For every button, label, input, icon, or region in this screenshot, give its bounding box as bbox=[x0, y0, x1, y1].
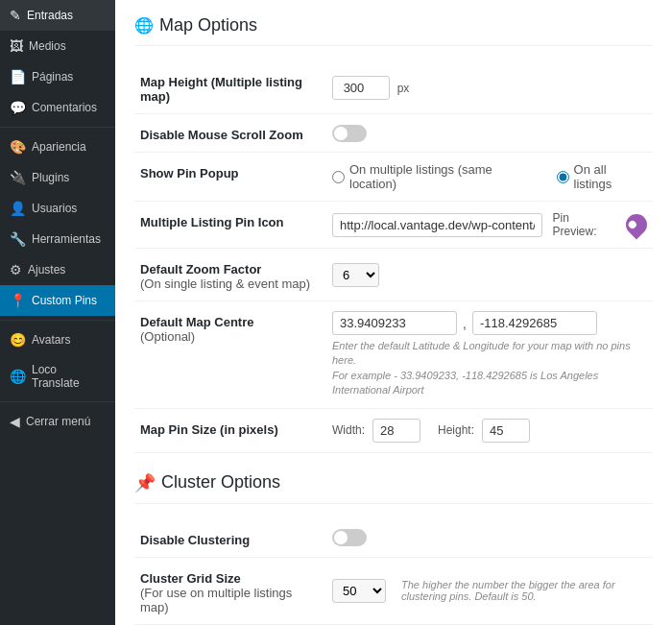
map-options-table: Map Height (Multiple listing map) px Dis… bbox=[134, 61, 653, 453]
cluster-grid-select[interactable]: 50607080100 bbox=[332, 579, 386, 603]
cerrar-icon: ◀ bbox=[10, 414, 20, 429]
disable-scroll-label: Disable Mouse Scroll Zoom bbox=[134, 114, 326, 153]
cluster-options-table: Disable Clustering Cluster Grid Size(For… bbox=[134, 519, 653, 625]
sidebar-item-ajustes[interactable]: ⚙ Ajustes bbox=[0, 254, 115, 285]
pin-height-label: Height: bbox=[438, 423, 474, 437]
map-height-label: Map Height (Multiple listing map) bbox=[134, 61, 326, 114]
px-label: px bbox=[397, 82, 410, 95]
pin-popup-radio-group: On multiple listings (same location) On … bbox=[332, 162, 647, 191]
sidebar-item-loco-translate[interactable]: 🌐 Loco Translate bbox=[0, 355, 115, 397]
pin-preview-wrap bbox=[626, 214, 647, 235]
map-options-heading: 🌐 Map Options bbox=[134, 15, 653, 46]
pinsize-row-content: Width: Height: bbox=[332, 419, 647, 443]
show-pin-popup-field: On multiple listings (same location) On … bbox=[326, 153, 653, 202]
map-centre-row: Default Map Centre(Optional) , Enter the… bbox=[134, 301, 653, 409]
pin-preview-label: Pin Preview: bbox=[552, 211, 616, 238]
sidebar-item-medios[interactable]: 🖼 Medios bbox=[0, 31, 115, 61]
disable-clustering-field bbox=[326, 519, 653, 558]
medios-icon: 🖼 bbox=[10, 38, 23, 54]
cluster-options-heading: 📌 Cluster Options bbox=[134, 472, 653, 504]
clustering-toggle-slider bbox=[332, 529, 367, 546]
cluster-grid-field: 50607080100 The higher the number the bi… bbox=[326, 557, 653, 624]
disable-scroll-row: Disable Mouse Scroll Zoom bbox=[134, 114, 653, 153]
cluster-grid-row: Cluster Grid Size(For use on multiple li… bbox=[134, 557, 653, 624]
map-section-icon: 🌐 bbox=[134, 16, 154, 35]
radio-multiple-listings[interactable]: On multiple listings (same location) bbox=[332, 162, 541, 191]
zoom-factor-label: Default Zoom Factor(On single listing & … bbox=[134, 249, 326, 301]
comentarios-icon: 💬 bbox=[10, 100, 26, 115]
ajustes-icon: ⚙ bbox=[10, 262, 22, 277]
disable-clustering-row: Disable Clustering bbox=[134, 519, 653, 558]
pin-url-input[interactable] bbox=[332, 213, 542, 237]
sidebar-item-cerrar-menu[interactable]: ◀ Cerrar menú bbox=[0, 406, 115, 437]
pin-height-input[interactable] bbox=[482, 419, 530, 443]
disable-clustering-toggle[interactable] bbox=[332, 529, 367, 546]
plugins-icon: 🔌 bbox=[10, 170, 26, 185]
radio-multiple-input[interactable] bbox=[332, 171, 345, 183]
pin-size-row: Map Pin Size (in pixels) Width: Height: bbox=[134, 408, 653, 452]
zoom-factor-select[interactable]: 12345 678910 bbox=[332, 263, 379, 287]
usuarios-icon: 👤 bbox=[10, 201, 26, 216]
toggle-slider bbox=[332, 125, 367, 142]
pin-icon-field: Pin Preview: bbox=[326, 202, 653, 249]
sidebar-item-avatars[interactable]: 😊 Avatars bbox=[0, 325, 115, 355]
map-centre-field: , Enter the default Latitude & Longitude… bbox=[326, 301, 653, 409]
map-height-field: px bbox=[326, 61, 653, 114]
sidebar-item-custom-pins[interactable]: 📍 Custom Pins bbox=[0, 285, 115, 316]
map-height-row: Map Height (Multiple listing map) px bbox=[134, 61, 653, 114]
sidebar-item-paginas[interactable]: 📄 Páginas bbox=[0, 61, 115, 92]
radio-all-input[interactable] bbox=[557, 171, 569, 183]
pin-width-label: Width: bbox=[332, 423, 365, 437]
pin-size-label: Map Pin Size (in pixels) bbox=[134, 408, 326, 452]
cluster-hint: The higher the number the bigger the are… bbox=[401, 579, 647, 602]
latitude-input[interactable] bbox=[332, 311, 457, 335]
sidebar-item-usuarios[interactable]: 👤 Usuarios bbox=[0, 193, 115, 224]
disable-scroll-toggle[interactable] bbox=[332, 125, 367, 142]
longitude-input[interactable] bbox=[472, 311, 597, 335]
map-centre-label: Default Map Centre(Optional) bbox=[134, 301, 326, 409]
pin-icon-row-content: Pin Preview: bbox=[332, 211, 647, 238]
coords-row: , bbox=[332, 311, 647, 335]
disable-scroll-field bbox=[326, 114, 653, 153]
sidebar-item-herramientas[interactable]: 🔧 Herramientas bbox=[0, 224, 115, 254]
custom-pins-icon: 📍 bbox=[10, 293, 26, 308]
avatars-icon: 😊 bbox=[10, 332, 26, 348]
sidebar-item-entradas[interactable]: ✎ Entradas bbox=[0, 0, 115, 31]
apariencia-icon: 🎨 bbox=[10, 139, 26, 155]
show-pin-popup-label: Show Pin Popup bbox=[134, 153, 326, 202]
show-pin-popup-row: Show Pin Popup On multiple listings (sam… bbox=[134, 153, 653, 202]
paginas-icon: 📄 bbox=[10, 69, 26, 84]
pin-preview-icon bbox=[621, 209, 651, 239]
pin-icon-label: Multiple Listing Pin Icon bbox=[134, 202, 326, 249]
cluster-section-icon: 📌 bbox=[134, 472, 156, 493]
pin-size-field: Width: Height: bbox=[326, 408, 653, 452]
loco-icon: 🌐 bbox=[10, 369, 26, 384]
sidebar-item-comentarios[interactable]: 💬 Comentarios bbox=[0, 92, 115, 123]
herramientas-icon: 🔧 bbox=[10, 231, 26, 247]
pin-width-input[interactable] bbox=[372, 419, 420, 443]
pin-icon-row: Multiple Listing Pin Icon Pin Preview: bbox=[134, 202, 653, 249]
cluster-grid-label: Cluster Grid Size(For use on multiple li… bbox=[134, 557, 326, 624]
sidebar-item-plugins[interactable]: 🔌 Plugins bbox=[0, 162, 115, 193]
coords-hint: Enter the default Latitude & Longitude f… bbox=[332, 339, 647, 398]
sidebar-item-apariencia[interactable]: 🎨 Apariencia bbox=[0, 132, 115, 162]
disable-clustering-label: Disable Clustering bbox=[134, 519, 326, 558]
zoom-factor-field: 12345 678910 bbox=[326, 249, 653, 301]
sidebar: ✎ Entradas 🖼 Medios 📄 Páginas 💬 Comentar… bbox=[0, 0, 115, 625]
cluster-grid-content: 50607080100 The higher the number the bi… bbox=[332, 579, 647, 603]
zoom-factor-row: Default Zoom Factor(On single listing & … bbox=[134, 249, 653, 301]
radio-all-listings[interactable]: On all listings bbox=[557, 162, 647, 191]
coords-separator: , bbox=[463, 316, 467, 331]
main-content: 🌐 Map Options Map Height (Multiple listi… bbox=[115, 0, 672, 625]
map-height-input[interactable] bbox=[332, 76, 390, 100]
entradas-icon: ✎ bbox=[10, 8, 21, 23]
